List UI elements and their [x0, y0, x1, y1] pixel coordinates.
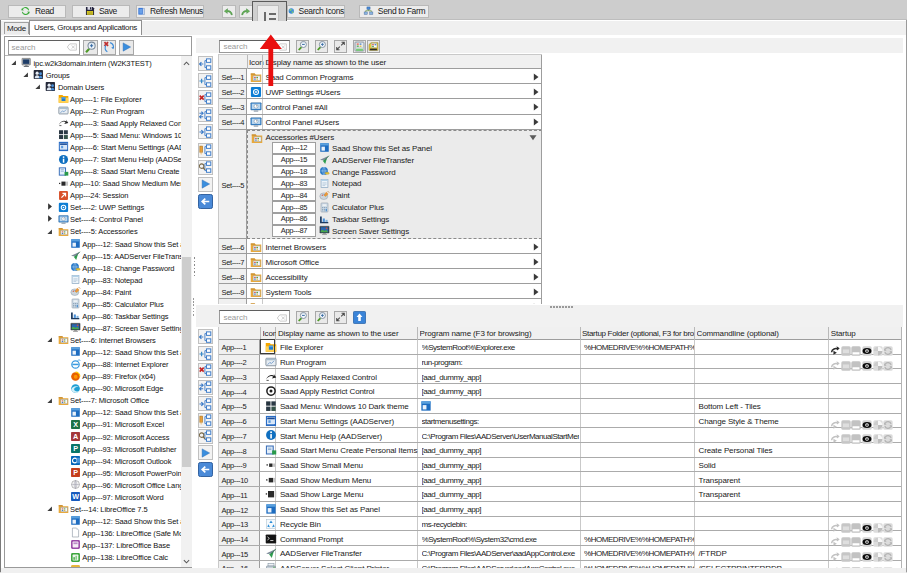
svg-text:A: A: [73, 432, 79, 441]
svg-text:W: W: [72, 492, 79, 501]
svg-text:X: X: [73, 420, 78, 429]
svg-text:P: P: [73, 468, 78, 477]
svg-text:P: P: [73, 444, 78, 453]
